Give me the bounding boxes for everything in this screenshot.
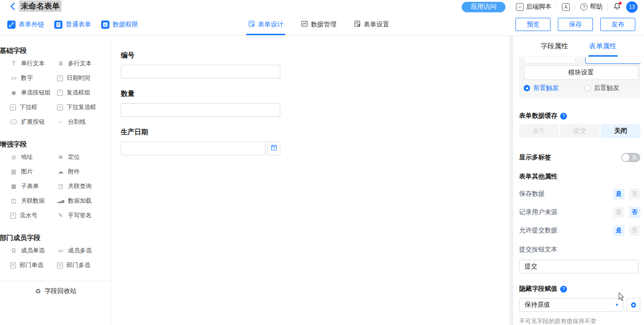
sidebar-item-label: 关联查询 xyxy=(68,182,92,190)
sidebar-item-label: 分割线 xyxy=(68,118,86,126)
tab-field-props[interactable]: 字段属性 xyxy=(541,36,568,57)
form-design-canvas[interactable]: 编号数量生产日期7 xyxy=(112,36,510,325)
sidebar-item-member-multi[interactable]: ΩΩ成员多选 xyxy=(57,243,104,258)
tab-form-settings[interactable]: 表单设置 xyxy=(354,14,389,35)
design-icon xyxy=(248,20,255,29)
clipped-selected-button[interactable] xyxy=(585,58,640,64)
sidebar-item-label: 成员多选 xyxy=(68,246,92,255)
help-circle-icon[interactable]: ? xyxy=(560,113,567,120)
hidden-field-value-select[interactable]: 保持原值 ▼ xyxy=(519,298,623,312)
canvas-field-label: 生产日期 xyxy=(121,128,280,136)
tab-form-props[interactable]: 表单属性 xyxy=(589,36,617,57)
sidebar-item-member-single[interactable]: Ω成员单选 xyxy=(10,243,57,258)
back-icon[interactable] xyxy=(8,2,17,11)
help-circle-icon[interactable]: ? xyxy=(560,286,567,293)
no-button[interactable]: 否 xyxy=(629,189,640,199)
sidebar-item-label: 地址 xyxy=(21,153,33,161)
save-button[interactable]: 保存 xyxy=(558,18,593,31)
sidebar-item-label: 下拉复选框 xyxy=(67,103,96,111)
cache-option[interactable]: 关闭 xyxy=(601,124,640,138)
publish-button[interactable]: 发布 xyxy=(600,18,635,31)
toolbar-link-label: 表单外链 xyxy=(19,21,44,29)
contacts-icon[interactable]: A xyxy=(562,3,570,11)
sidebar-item-subform[interactable]: ▦子表单 xyxy=(10,179,57,194)
sidebar-item-linked-data[interactable]: ◫关联数据 xyxy=(10,194,57,208)
topbar: 未命名表单 应用访问 ‹/› 后端脚本 A ? 帮助 13 xyxy=(0,0,644,14)
sidebar-item-datetime[interactable]: 7日期时间 xyxy=(57,71,104,85)
sidebar-item-checkbox-group[interactable]: ✓复选框组 xyxy=(57,85,104,100)
multi-tab-toggle[interactable]: 关 xyxy=(621,153,640,162)
page-title[interactable]: 未命名表单 xyxy=(19,0,62,12)
notification-bell-icon[interactable] xyxy=(613,2,621,11)
sidebar-item-serial-number[interactable]: ≡流水号 xyxy=(10,208,57,223)
hidden-field-settings-button[interactable] xyxy=(627,298,640,312)
radio-pre-trigger[interactable]: 前置触发 xyxy=(524,84,559,92)
sidebar-item-image[interactable]: ▨图片 xyxy=(10,164,57,179)
backend-script-button[interactable]: ‹/› 后端脚本 xyxy=(516,3,551,11)
sidebar-item-attachment[interactable]: ☁附件 xyxy=(57,164,104,179)
toolbar-link-label: 普通表单 xyxy=(66,21,91,29)
tab-data-manage[interactable]: 数据管理 xyxy=(301,14,336,35)
sidebar-item-dept-single[interactable]: Ω部门单选 xyxy=(10,258,57,273)
yes-button[interactable]: 是 xyxy=(613,225,624,236)
tab-form-design[interactable]: 表单设计 xyxy=(248,14,283,35)
avatar[interactable]: 13 xyxy=(626,1,638,13)
canvas-field-number[interactable]: 编号 xyxy=(121,51,280,79)
submit-button-text-input[interactable] xyxy=(519,260,639,273)
sidebar-item-location[interactable]: ⊕定位 xyxy=(57,150,104,164)
clipped-input[interactable] xyxy=(524,58,576,63)
app-access-button[interactable]: 应用访问 xyxy=(462,2,505,12)
cache-option[interactable]: 永久 xyxy=(519,124,559,138)
module-settings-button[interactable]: 模块设置 xyxy=(524,65,639,80)
form-title-wrap[interactable]: 未命名表单 xyxy=(19,0,67,14)
recycle-icon: ♻ xyxy=(35,288,41,295)
sidebar-item-single-line-text[interactable]: T单行文本 xyxy=(10,56,57,71)
cache-option[interactable]: 提交 xyxy=(560,124,600,138)
sidebar-item-signature[interactable]: ✎手写签名 xyxy=(57,208,104,223)
radio-group-icon: ◉ xyxy=(10,90,17,95)
sidebar-item-multi-line-text[interactable]: ≣多行文本 xyxy=(57,56,104,71)
toolbar-link-data-permission[interactable]: 数据权限 xyxy=(101,21,138,29)
sidebar-item-dept-multi[interactable]: Ω部门多选 xyxy=(57,258,104,273)
text-input[interactable] xyxy=(121,65,280,79)
recycle-label: 字段回收站 xyxy=(45,287,77,295)
dropdown-multi-icon: v xyxy=(57,105,63,110)
preview-button[interactable]: 预览 xyxy=(515,18,551,31)
dept-multi-icon: Ω xyxy=(57,262,63,268)
no-button[interactable]: 否 xyxy=(629,225,640,236)
toolbar: 表单外链普通表单数据权限 表单设计数据管理表单设置 预览保存发布 xyxy=(0,14,644,36)
sidebar-item-expand-button[interactable]: ⋯扩展按钮 xyxy=(10,115,57,129)
help-button[interactable]: ? 帮助 xyxy=(580,3,603,11)
sidebar-item-label: 部门多选 xyxy=(67,261,90,269)
calendar-button[interactable]: 7 xyxy=(268,142,280,155)
sidebar-item-label: 关联数据 xyxy=(21,197,45,205)
text-input[interactable] xyxy=(121,103,280,117)
submit-button-text-label: 提交按钮文本 xyxy=(519,246,640,254)
form-icon xyxy=(54,21,62,29)
yes-button[interactable]: 是 xyxy=(613,189,624,199)
sidebar-item-address[interactable]: ◎地址 xyxy=(10,150,57,164)
radio-post-trigger[interactable]: 后置触发 xyxy=(584,84,619,92)
date-input[interactable] xyxy=(121,142,266,155)
date-input-group: 7 xyxy=(121,142,280,155)
toolbar-link-form-external-link[interactable]: 表单外链 xyxy=(7,21,44,29)
sidebar-item-radio-group[interactable]: ◉单选按钮组 xyxy=(10,85,57,100)
canvas-field-production-date[interactable]: 生产日期7 xyxy=(121,128,280,155)
sidebar-item-number[interactable]: 123数字 xyxy=(10,71,57,85)
canvas-field-quantity[interactable]: 数量 xyxy=(121,89,280,117)
yes-button[interactable]: 是 xyxy=(613,207,624,218)
field-recycle-bin-button[interactable]: ♻字段回收站 xyxy=(0,281,112,301)
sidebar-item-dropdown[interactable]: v下拉框 xyxy=(10,100,57,115)
tab-label: 数据管理 xyxy=(311,21,336,29)
sidebar-item-linked-query[interactable]: ◳关联查询 xyxy=(57,179,104,194)
sidebar-item-data-load[interactable]: ▂▄▆数据加载 xyxy=(57,194,104,208)
divider xyxy=(608,4,608,10)
tab-label: 表单设置 xyxy=(364,21,389,29)
no-button[interactable]: 否 xyxy=(629,207,640,218)
sidebar-item-divider[interactable]: ╌╌分割线 xyxy=(57,115,104,129)
sidebar-item-dropdown-multi[interactable]: v下拉复选框 xyxy=(57,100,104,115)
toolbar-link-normal-form[interactable]: 普通表单 xyxy=(54,21,91,29)
sidebar-item-label: 数据加载 xyxy=(68,197,92,205)
sidebar-item-label: 部门单选 xyxy=(20,261,43,269)
toggle-knob xyxy=(622,154,629,161)
